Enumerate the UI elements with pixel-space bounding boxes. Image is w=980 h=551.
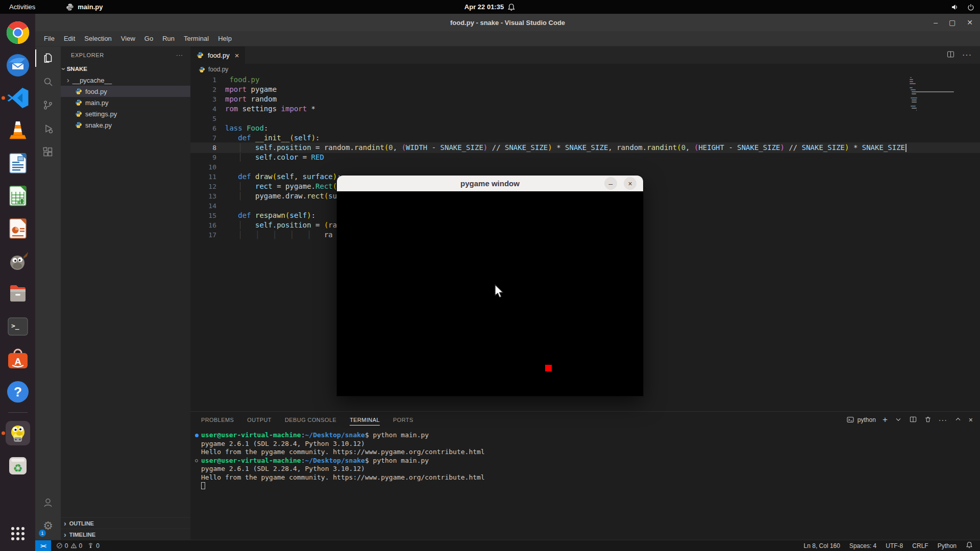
menu-view[interactable]: View <box>116 33 140 44</box>
shell-selector[interactable]: python <box>846 416 876 424</box>
split-editor-icon[interactable] <box>946 50 955 61</box>
focused-app-indicator[interactable]: main.py <box>66 3 103 11</box>
dock-terminal-icon[interactable]: >_ <box>6 314 30 339</box>
line-number[interactable]: 17 <box>190 230 216 240</box>
maximize-icon[interactable]: ▢ <box>949 18 955 27</box>
panel-tab-output[interactable]: OUTPUT <box>247 412 272 428</box>
notifications-bell-icon[interactable] <box>966 541 973 550</box>
panel-tab-problems[interactable]: PROBLEMS <box>201 412 234 428</box>
status-indentation[interactable]: Spaces: 4 <box>849 542 876 549</box>
dock-trash-icon[interactable]: ♻ <box>6 454 30 478</box>
minimap[interactable] <box>910 77 957 133</box>
dock-chrome-icon[interactable] <box>6 20 30 45</box>
close-icon[interactable]: ✕ <box>967 18 973 27</box>
explorer-more-actions-icon[interactable]: ··· <box>176 52 183 58</box>
panel-tab-debug-console[interactable]: DEBUG CONSOLE <box>285 412 336 428</box>
pygame-titlebar[interactable]: pygame window – × <box>337 176 643 191</box>
line-number[interactable]: 6 <box>190 123 216 133</box>
line-number[interactable]: 12 <box>190 182 216 191</box>
dock-lo-calc-icon[interactable] <box>6 184 30 208</box>
split-terminal-icon[interactable] <box>909 415 917 425</box>
activity-search-icon[interactable] <box>35 70 61 93</box>
explorer-root-folder[interactable]: › SNAKE <box>61 63 190 74</box>
tab-food-py[interactable]: food.py × <box>190 46 246 64</box>
menu-run[interactable]: Run <box>158 33 179 44</box>
menu-selection[interactable]: Selection <box>80 33 116 44</box>
system-status-area[interactable] <box>950 3 975 11</box>
vscode-titlebar[interactable]: food.py - snake - Visual Studio Code – ▢… <box>35 14 980 31</box>
code-line-4[interactable]: 4rom settings import * <box>190 104 980 114</box>
line-number[interactable]: 11 <box>190 172 216 182</box>
dock-software-icon[interactable]: A <box>6 347 30 371</box>
maximize-panel-icon[interactable] <box>954 415 962 425</box>
menu-terminal[interactable]: Terminal <box>179 33 213 44</box>
panel-more-actions-icon[interactable]: ··· <box>939 416 947 424</box>
line-number[interactable]: 10 <box>190 162 216 172</box>
breadcrumb[interactable]: food.py <box>190 64 980 75</box>
section-outline[interactable]: ›OUTLINE <box>61 517 190 529</box>
panel-tab-terminal[interactable]: TERMINAL <box>350 412 380 428</box>
code-line-10[interactable]: 10 <box>190 162 980 172</box>
line-number[interactable]: 8 <box>190 143 216 153</box>
dock-files-icon[interactable] <box>6 282 30 306</box>
section-timeline[interactable]: ›TIMELINE <box>61 529 190 540</box>
line-number[interactable]: 9 <box>190 153 216 162</box>
line-number[interactable]: 3 <box>190 94 216 104</box>
line-number[interactable]: 2 <box>190 85 216 94</box>
terminal-output[interactable]: user@user-virtual-machine:~/Desktop/snak… <box>190 428 980 490</box>
status-cursor-position[interactable]: Ln 8, Col 160 <box>804 542 840 549</box>
code-line-7[interactable]: 7 def __init__(self): <box>190 133 980 143</box>
new-terminal-icon[interactable]: + <box>883 415 888 425</box>
dock-vscode-icon[interactable] <box>6 86 30 110</box>
dock-gimp-icon[interactable] <box>6 249 30 273</box>
ports-status[interactable]: 0 <box>87 542 100 549</box>
file-food-py[interactable]: food.py <box>61 86 190 97</box>
file-main-py[interactable]: main.py <box>61 97 190 108</box>
code-line-3[interactable]: 3mport random <box>190 94 980 104</box>
code-line-8[interactable]: 8 │ self.position = random.randint(0, (W… <box>190 143 980 153</box>
dock-help-icon[interactable]: ? <box>6 380 30 404</box>
line-number[interactable]: 15 <box>190 211 216 220</box>
activity-extensions-icon[interactable] <box>35 140 61 164</box>
menu-help[interactable]: Help <box>213 33 236 44</box>
menu-edit[interactable]: Edit <box>59 33 80 44</box>
remote-indicator[interactable]: >< <box>35 540 51 551</box>
dock-vlc-icon[interactable] <box>6 118 30 143</box>
line-number[interactable]: 13 <box>190 191 216 201</box>
dock-thunderbird-icon[interactable] <box>6 53 30 78</box>
dock-snake-game-icon[interactable] <box>6 421 30 445</box>
line-number[interactable]: 1 <box>190 75 216 85</box>
activities-button[interactable]: Activities <box>0 0 44 14</box>
account-icon[interactable] <box>35 491 61 514</box>
code-line-1[interactable]: 1 food.py <box>190 75 980 85</box>
dock-lo-impress-icon[interactable] <box>6 216 30 241</box>
line-number[interactable]: 5 <box>190 114 216 123</box>
close-panel-icon[interactable]: × <box>969 416 973 424</box>
terminal-dropdown-icon[interactable] <box>894 415 902 425</box>
line-number[interactable]: 7 <box>190 133 216 143</box>
file-snake-py[interactable]: snake.py <box>61 119 190 131</box>
dock-apps-icon[interactable] <box>6 521 30 546</box>
activity-explorer-icon[interactable] <box>35 46 61 70</box>
file-settings-py[interactable]: settings.py <box>61 108 190 119</box>
status-encoding[interactable]: UTF-8 <box>886 542 903 549</box>
menu-go[interactable]: Go <box>140 33 158 44</box>
pygame-minimize-icon[interactable]: – <box>604 177 617 190</box>
line-number[interactable]: 16 <box>190 220 216 230</box>
problems-status[interactable]: 0 0 <box>56 542 82 549</box>
editor-more-actions-icon[interactable]: ··· <box>962 51 972 60</box>
menu-file[interactable]: File <box>39 33 59 44</box>
tab-close-icon[interactable]: × <box>234 51 240 60</box>
code-line-9[interactable]: 9 │ self.color = RED <box>190 153 980 162</box>
dock-lo-writer-icon[interactable] <box>6 151 30 176</box>
kill-terminal-icon[interactable] <box>924 415 932 425</box>
status-language-mode[interactable]: Python <box>938 542 957 549</box>
activity-run-debug-icon[interactable] <box>35 117 61 140</box>
minimize-icon[interactable]: – <box>934 18 938 27</box>
line-number[interactable]: 14 <box>190 201 216 211</box>
code-line-6[interactable]: 6lass Food: <box>190 123 980 133</box>
status-eol-sequence[interactable]: CRLF <box>912 542 928 549</box>
code-line-5[interactable]: 5 <box>190 114 980 123</box>
pygame-window[interactable]: pygame window – × <box>337 176 643 396</box>
activity-source-control-icon[interactable] <box>35 93 61 117</box>
